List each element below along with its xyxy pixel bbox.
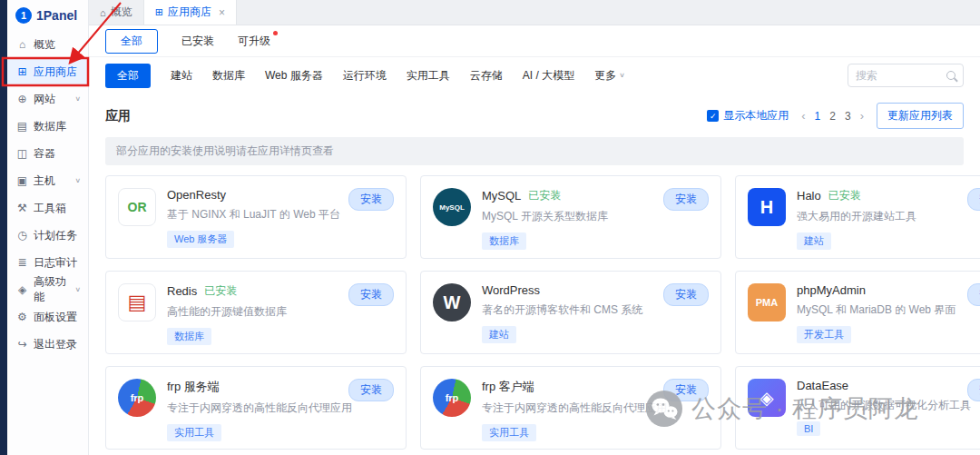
installed-badge: 已安装 [204,283,237,299]
install-button[interactable]: 安装 [967,283,980,306]
checkbox-checked-icon[interactable]: ✓ [707,110,719,122]
page-1[interactable]: 1 [815,110,821,123]
app-card-wordpress[interactable]: W WordPress 著名的开源博客软件和 CMS 系统 建站 安装 [420,271,721,354]
sidebar-nav: ⌂ 概览 ⊞ 应用商店 ⊕ 网站 ▤ 数据库 ◫ 容器 ▣ 主机 [7,31,88,358]
sidebar-item-overview[interactable]: ⌂ 概览 [7,31,88,58]
app-tag[interactable]: 数据库 [482,232,526,250]
tab-overview[interactable]: ⌂ 概览 [89,0,143,25]
category-database[interactable]: 数据库 [212,68,245,84]
logout-icon: ↪ [16,338,28,351]
store-tab-installed[interactable]: 已安装 [181,30,214,53]
top-tab-bar: ⌂ 概览 ⊞ 应用商店 × [89,0,980,25]
app-card-redis[interactable]: ▤ Redis已安装 高性能的开源键值数据库 数据库 安装 [105,271,407,354]
app-desc: 专注于内网穿透的高性能反向代理应用 [167,401,394,416]
store-tab-all[interactable]: 全部 [105,29,158,54]
update-app-list-button[interactable]: 更新应用列表 [877,103,964,129]
home-icon: ⌂ [100,7,106,18]
show-local-apps-checkbox[interactable]: ✓ 显示本地应用 [707,108,789,124]
install-button[interactable]: 安装 [663,283,709,306]
app-icon: OR [118,188,156,226]
store-tab-upgradable[interactable]: 可升级 [238,30,270,53]
app-desc: 强大易用的开源建站工具 [797,209,980,224]
app-card-halo[interactable]: H Halo已安装 强大易用的开源建站工具 建站 安装 [735,175,980,259]
left-rail [0,0,7,455]
advanced-icon: ◈ [16,283,28,296]
install-button[interactable]: 安装 [967,188,980,211]
category-filter-row: 全部 建站 数据库 Web 服务器 运行环境 实用工具 云存储 AI / 大模型… [89,57,980,94]
sidebar-item-toolbox[interactable]: ⚒ 工具箱 [7,194,88,222]
sidebar-item-host[interactable]: ▣ 主机 [7,167,88,194]
category-tools[interactable]: 实用工具 [407,68,450,84]
app-logo: 1 1Panel [7,0,88,31]
app-desc: MySQL 和 MariaDB 的 Web 界面 [797,302,980,318]
sidebar-item-label: 工具箱 [34,201,66,216]
app-icon: H [748,188,786,226]
sidebar-item-label: 概览 [34,37,55,53]
app-card-phpmyadmin[interactable]: PMA phpMyAdmin MySQL 和 MariaDB 的 Web 界面 … [735,271,980,354]
log-icon: ≣ [16,256,28,269]
sidebar-item-settings[interactable]: ⚙ 面板设置 [7,303,88,331]
app-tag[interactable]: 开发工具 [797,326,851,343]
tab-app-store[interactable]: ⊞ 应用商店 × [143,0,237,25]
page-3[interactable]: 3 [845,110,851,123]
app-tag[interactable]: 实用工具 [482,424,536,441]
app-icon: ◈ [748,379,786,417]
gear-icon: ⚙ [16,311,28,323]
app-tag[interactable]: 建站 [482,326,516,343]
category-ai[interactable]: AI / 大模型 [523,68,574,84]
category-runtime[interactable]: 运行环境 [343,68,387,84]
app-icon: MySQL [433,188,471,226]
app-tag[interactable]: Web 服务器 [167,231,234,248]
sidebar-item-label: 应用商店 [34,64,77,80]
app-name: Halo [797,189,821,203]
app-tag[interactable]: 数据库 [167,328,211,345]
installed-badge: 已安装 [528,188,561,203]
app-card-dataease[interactable]: ◈ DataEase 人人可用的开源数据可视化分析工具 BI 安装 [735,366,980,450]
app-icon: W [433,283,471,321]
sidebar-item-app-store[interactable]: ⊞ 应用商店 [7,58,88,85]
sidebar-item-cron[interactable]: ◷ 计划任务 [7,222,88,249]
sidebar-item-database[interactable]: ▤ 数据库 [7,113,88,140]
app-name: DataEase [797,379,848,392]
sidebar-item-label: 日志审计 [34,255,77,271]
install-button[interactable]: 安装 [348,188,394,211]
category-cloud-storage[interactable]: 云存储 [470,68,503,84]
app-card-body: DataEase 人人可用的开源数据可视化分析工具 BI [797,379,980,437]
close-icon[interactable]: × [219,6,225,19]
sidebar-item-logs[interactable]: ≣ 日志审计 [7,249,88,276]
category-website[interactable]: 建站 [171,68,192,84]
app-card-frp-client[interactable]: frp frp 客户端 专注于内网穿透的高性能反向代理应用 实用工具 安装 [420,366,721,450]
prev-page-arrow[interactable]: ‹ [801,109,805,123]
page-2[interactable]: 2 [829,110,836,123]
install-button[interactable]: 安装 [348,379,394,401]
category-more[interactable]: 更多 [594,68,625,84]
section-header: 应用 ✓ 显示本地应用 ‹ 1 2 3 › 更新应用列表 [89,94,980,129]
category-all-button[interactable]: 全部 [105,64,151,88]
sidebar-item-container[interactable]: ◫ 容器 [7,140,88,167]
app-desc: 高性能的开源键值数据库 [167,304,394,320]
app-tag[interactable]: 建站 [797,232,831,250]
sidebar-item-label: 数据库 [34,119,66,134]
install-button[interactable]: 安装 [967,379,980,401]
sidebar-item-logout[interactable]: ↪ 退出登录 [7,331,88,358]
category-web-server[interactable]: Web 服务器 [265,68,323,84]
search-input[interactable] [856,69,941,82]
toolbox-icon: ⚒ [16,202,28,214]
search-icon[interactable] [946,71,956,80]
app-tag[interactable]: 实用工具 [167,424,221,441]
sidebar-item-website[interactable]: ⊕ 网站 [7,85,88,113]
install-button[interactable]: 安装 [348,283,394,306]
next-page-arrow[interactable]: › [860,109,864,123]
app-tag[interactable]: BI [797,421,820,436]
app-card-body: Halo已安装 强大易用的开源建站工具 建站 [797,188,980,246]
app-icon: PMA [748,283,786,321]
sidebar-item-advanced[interactable]: ◈ 高级功能 [7,276,88,303]
install-button[interactable]: 安装 [663,379,709,401]
app-card-frp-server[interactable]: frp frp 服务端 专注于内网穿透的高性能反向代理应用 实用工具 安装 [105,366,407,450]
app-card-mysql[interactable]: MySQL MySQL已安装 MySQL 开源关系型数据库 数据库 安装 [420,175,721,259]
home-icon: ⌂ [16,38,28,51]
app-name: OpenResty [167,188,226,202]
sidebar-item-label: 计划任务 [34,228,77,243]
install-button[interactable]: 安装 [663,188,709,211]
app-card-openresty[interactable]: OR OpenResty 基于 NGINX 和 LuaJIT 的 Web 平台 … [105,175,407,259]
